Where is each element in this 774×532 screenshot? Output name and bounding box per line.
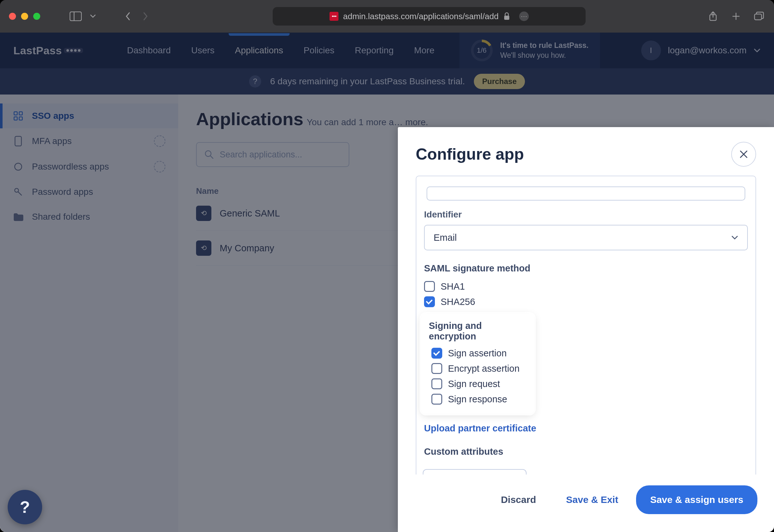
form-frame: Identifier Email SAML signature method S… [416, 176, 756, 475]
minimize-window-icon[interactable] [21, 13, 28, 20]
add-saml-attribute-button[interactable]: Add SAML attribute [423, 469, 527, 475]
signing-encryption-group: Signing and encryption Sign assertion En… [421, 314, 534, 414]
browser-window: ••• admin.lastpass.com/applications/saml… [0, 0, 774, 532]
checkbox-icon[interactable] [431, 378, 442, 389]
tabs-icon[interactable] [753, 11, 765, 21]
checkbox-label: Sign response [448, 394, 507, 405]
url-text: admin.lastpass.com/applications/saml/add [343, 11, 498, 21]
lock-icon [503, 12, 510, 20]
help-fab[interactable]: ? [8, 490, 42, 524]
checkbox-label: SHA256 [441, 297, 475, 307]
upload-certificate-link[interactable]: Upload partner certificate [424, 423, 750, 434]
discard-button[interactable]: Discard [489, 486, 548, 513]
svg-rect-2 [504, 16, 509, 20]
checkbox-icon[interactable] [424, 281, 435, 292]
site-settings-icon[interactable]: ⋯ [519, 11, 529, 21]
site-favicon: ••• [330, 12, 338, 21]
saml-signature-label: SAML signature method [424, 263, 750, 274]
maximize-window-icon[interactable] [33, 13, 40, 20]
checkbox-icon[interactable] [424, 296, 435, 307]
checkbox-icon[interactable] [431, 348, 442, 359]
prev-field-outline[interactable] [427, 186, 745, 201]
app-root: LastPass Dashboard Users Applications Po… [0, 33, 774, 532]
url-bar[interactable]: ••• admin.lastpass.com/applications/saml… [273, 7, 586, 26]
back-icon[interactable] [122, 11, 134, 21]
checkbox-icon[interactable] [431, 394, 442, 405]
checkbox-label: Sign assertion [448, 348, 507, 359]
checkbox-encrypt-assertion[interactable]: Encrypt assertion [429, 361, 527, 376]
close-panel-button[interactable] [731, 142, 756, 167]
panel-body: Identifier Email SAML signature method S… [398, 176, 774, 475]
window-controls [9, 13, 40, 20]
close-window-icon[interactable] [9, 13, 16, 20]
save-assign-users-button[interactable]: Save & assign users [636, 485, 757, 514]
chevron-down-icon[interactable] [87, 11, 99, 21]
checkbox-sign-request[interactable]: Sign request [429, 376, 527, 391]
new-tab-icon[interactable] [730, 11, 742, 21]
checkbox-sign-assertion[interactable]: Sign assertion [429, 346, 527, 361]
checkbox-sha1[interactable]: SHA1 [421, 279, 750, 294]
svg-rect-0 [70, 12, 81, 21]
panel-title: Configure app [416, 145, 524, 163]
save-exit-button[interactable]: Save & Exit [554, 486, 630, 513]
checkbox-sign-response[interactable]: Sign response [429, 391, 527, 407]
signing-encryption-label: Signing and encryption [429, 321, 527, 342]
custom-attributes-label: Custom attributes [424, 446, 750, 457]
share-icon[interactable] [707, 11, 719, 21]
panel-header: Configure app [398, 127, 774, 176]
sidebar-toggle-icon[interactable] [70, 11, 82, 21]
checkbox-label: Sign request [448, 379, 500, 389]
checkbox-icon[interactable] [431, 363, 442, 374]
identifier-label: Identifier [424, 209, 750, 220]
identifier-value: Email [434, 232, 457, 243]
chevron-down-icon [731, 235, 738, 240]
forward-icon [139, 11, 151, 21]
browser-chrome: ••• admin.lastpass.com/applications/saml… [0, 0, 774, 33]
panel-footer: Discard Save & Exit Save & assign users [398, 475, 774, 532]
checkbox-label: Encrypt assertion [448, 363, 520, 374]
checkbox-sha256[interactable]: SHA256 [421, 294, 750, 309]
configure-app-panel: Configure app Identifier Email SAML sign… [398, 127, 774, 532]
svg-rect-4 [755, 14, 762, 20]
checkbox-label: SHA1 [441, 281, 465, 292]
identifier-select[interactable]: Email [424, 225, 748, 250]
